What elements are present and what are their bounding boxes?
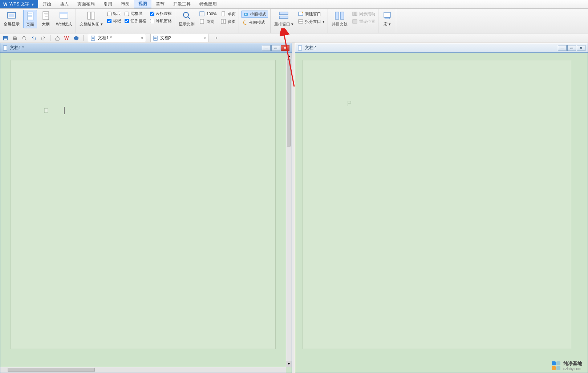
menu-tab-start[interactable]: 开始 (38, 0, 56, 8)
ribbon-group-macro: 宏 ▾ (378, 9, 396, 33)
pane-1-minimize-button[interactable]: — (262, 45, 271, 51)
rearrange-window-button[interactable]: 重排窗口 ▾ (273, 10, 295, 28)
svg-rect-55 (298, 46, 302, 50)
night-mode-button[interactable]: 夜间模式 (241, 19, 268, 25)
new-window-button[interactable]: ✶新建窗口 (297, 11, 325, 17)
pane-1-maximize-button[interactable]: ▭ (271, 45, 280, 51)
document-tab-1-label: 文档1 * (98, 35, 139, 41)
split-window-icon (298, 19, 304, 24)
pane-2-maximize-button[interactable]: ▭ (567, 45, 576, 51)
pane-2-minimize-button[interactable]: — (558, 45, 567, 51)
moon-icon (242, 19, 248, 25)
paragraph-mark-icon (346, 100, 354, 108)
svg-rect-48 (92, 38, 94, 39)
menu-tab-developer[interactable]: 开发工具 (169, 0, 195, 8)
checkbox-task-pane[interactable]: 任务窗格 (124, 18, 147, 24)
pane-1-vertical-scrollbar[interactable]: ▲ ▼ (286, 53, 292, 367)
menu-tab-view[interactable]: 视图 (134, 0, 151, 8)
view-fullscreen-button[interactable]: 全屏显示 (2, 10, 21, 28)
svg-rect-26 (279, 16, 288, 19)
watermark-logo-icon (551, 361, 561, 371)
checkbox-navigation-pane[interactable]: 导航窗格 (149, 18, 173, 24)
svg-rect-32 (340, 12, 344, 19)
page-sheet-2[interactable] (303, 60, 571, 349)
sync-scroll-icon (352, 11, 358, 17)
save-icon[interactable] (2, 35, 9, 41)
doc-structure-button[interactable]: 文档结构图 ▾ (78, 10, 104, 28)
redo-icon[interactable] (40, 35, 46, 41)
macro-button[interactable]: 宏 ▾ (381, 10, 394, 28)
view-outline-button[interactable]: 大纲 (39, 10, 52, 28)
menu-tab-insert[interactable]: 插入 (56, 0, 73, 8)
document-tab-1[interactable]: 文档1 * × (88, 34, 146, 42)
scroll-thumb[interactable] (287, 59, 291, 147)
undo-icon[interactable] (31, 35, 37, 41)
menu-tab-references[interactable]: 引用 (99, 0, 117, 8)
single-page-button[interactable]: 单页 (220, 11, 236, 17)
menu-tab-review[interactable]: 审阅 (117, 0, 134, 8)
checkbox-gridlines[interactable]: 网格线 (124, 11, 147, 17)
svg-rect-14 (88, 12, 90, 19)
add-tab-button[interactable]: ＋ (212, 34, 221, 42)
wps-logo-icon[interactable]: W (64, 35, 70, 41)
pane-2-titlebar[interactable]: 文档2 — ▭ ✕ (295, 43, 588, 53)
checkbox-ruler[interactable]: 标尺 (106, 11, 122, 17)
cloud-cube-icon[interactable] (73, 35, 80, 41)
close-tab-1-icon[interactable]: × (141, 36, 143, 41)
svg-point-24 (245, 13, 247, 15)
menu-tab-special[interactable]: 特色应用 (195, 0, 221, 8)
pane-1-close-button[interactable]: ✕ (281, 45, 289, 51)
checkbox-markers[interactable]: 标记 (106, 18, 122, 24)
view-page-button[interactable]: 页面 (23, 10, 37, 28)
doc-structure-icon (86, 11, 96, 21)
svg-rect-52 (3, 46, 7, 50)
svg-rect-18 (200, 12, 204, 16)
pane-1-horizontal-scrollbar[interactable] (0, 367, 286, 373)
title-bar: W WPS 文字 ▾ 开始 插入 页面布局 引用 审阅 视图 章节 开发工具 特… (0, 0, 588, 9)
close-tab-2-icon[interactable]: × (203, 36, 206, 41)
svg-rect-53 (44, 108, 48, 113)
pane-1-body[interactable]: ▲ ▼ (0, 53, 292, 373)
svg-rect-13 (60, 12, 68, 14)
ribbon-group-windows: 重排窗口 ▾ ✶新建窗口 拆分窗口 ▾ (271, 9, 328, 33)
window-options: ✶新建窗口 拆分窗口 ▾ (297, 10, 325, 25)
print-icon[interactable] (12, 35, 18, 41)
zoom-options-col2: 单页 多页 (220, 10, 236, 25)
zoom-100-button[interactable]: 100% (198, 11, 217, 17)
page-width-button[interactable]: 页宽 (198, 18, 217, 25)
menu-tab-sections[interactable]: 章节 (151, 0, 169, 8)
sync-scroll-button[interactable]: 同步滚动 (351, 11, 376, 17)
scroll-thumb[interactable] (8, 368, 95, 372)
compare-button[interactable]: 并排比较 (330, 10, 349, 28)
svg-point-42 (23, 36, 25, 39)
scroll-down-icon[interactable]: ▼ (286, 361, 292, 367)
menu-tab-page-layout[interactable]: 页面布局 (73, 0, 99, 8)
checkbox-table-borders[interactable]: 表格虚框 (149, 11, 173, 17)
svg-text:✶: ✶ (301, 11, 303, 14)
page-sheet-1[interactable] (11, 60, 276, 349)
multi-page-button[interactable]: 多页 (220, 18, 236, 25)
home-icon[interactable] (54, 35, 61, 41)
pane-2-close-button[interactable]: ✕ (577, 45, 585, 51)
app-badge[interactable]: W WPS 文字 ▾ (0, 0, 38, 8)
svg-marker-45 (74, 36, 78, 40)
magnifier-icon (182, 11, 192, 21)
svg-rect-39 (4, 39, 7, 40)
reset-position-button[interactable]: 重设位置 (351, 18, 376, 25)
app-menu-dropdown-icon: ▾ (32, 2, 34, 7)
pane-1-titlebar[interactable]: 文档1 * — ▭ ✕ (0, 43, 292, 53)
pane-2-body[interactable] (295, 53, 588, 373)
protect-eye-mode-button[interactable]: 护眼模式 (241, 11, 268, 18)
view-web-button[interactable]: Web版式 (54, 10, 73, 28)
scroll-up-icon[interactable]: ▲ (286, 53, 292, 59)
svg-rect-41 (14, 36, 16, 38)
document-tab-2[interactable]: 文档2 × (150, 34, 208, 42)
document-icon (153, 36, 158, 41)
print-preview-icon[interactable] (21, 35, 28, 41)
zoom-button[interactable]: 显示比例 (177, 10, 196, 28)
svg-rect-58 (552, 361, 556, 365)
page-view-icon (25, 11, 35, 21)
split-window-button[interactable]: 拆分窗口 ▾ (297, 18, 325, 25)
svg-rect-37 (385, 17, 389, 19)
svg-text:W: W (64, 35, 69, 41)
